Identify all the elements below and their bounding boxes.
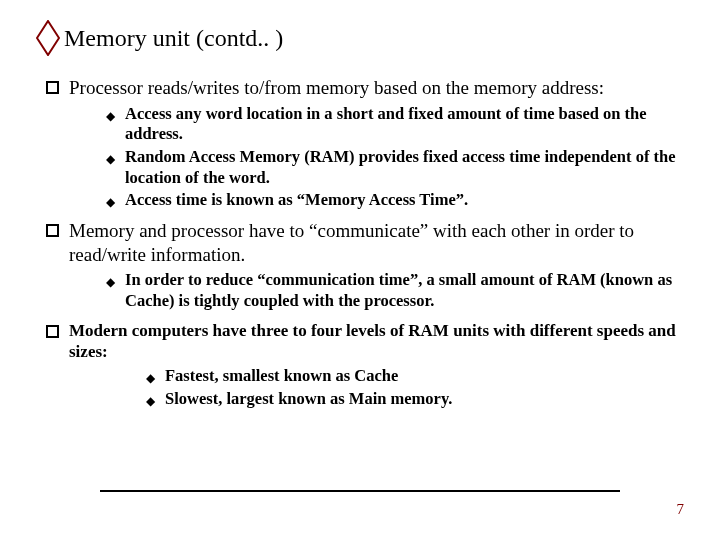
sub-item: ◆ Access time is known as “Memory Access… — [106, 190, 680, 211]
sub-text: In order to reduce “communication time”,… — [125, 270, 680, 311]
square-bullet-icon — [46, 325, 59, 338]
sub-text: Random Access Memory (RAM) provides fixe… — [125, 147, 680, 188]
page-number: 7 — [677, 501, 685, 518]
bullet-1: Processor reads/writes to/from memory ba… — [46, 76, 680, 100]
square-bullet-icon — [46, 81, 59, 94]
slide-content: Processor reads/writes to/from memory ba… — [36, 76, 684, 409]
sub-text: Access any word location in a short and … — [125, 104, 680, 145]
bullet-2-sublist: ◆ In order to reduce “communication time… — [46, 270, 680, 311]
bullet-3-sublist: ◆ Fastest, smallest known as Cache ◆ Slo… — [46, 366, 680, 409]
bullet-2-text: Memory and processor have to “communicat… — [69, 219, 680, 267]
svg-marker-0 — [37, 21, 59, 55]
bullet-1-sublist: ◆ Access any word location in a short an… — [46, 104, 680, 211]
square-bullet-icon — [46, 224, 59, 237]
divider — [100, 490, 620, 492]
slide-title-row: Memory unit (contd.. ) — [36, 20, 684, 56]
slide-title: Memory unit (contd.. ) — [64, 25, 283, 52]
bullet-1-text: Processor reads/writes to/from memory ba… — [69, 76, 604, 100]
sub-text: Fastest, smallest known as Cache — [165, 366, 398, 387]
diamond-bullet-icon: ◆ — [106, 110, 115, 122]
sub-text: Access time is known as “Memory Access T… — [125, 190, 468, 211]
diamond-bullet-icon: ◆ — [106, 196, 115, 208]
diamond-bullet-icon: ◆ — [146, 395, 155, 407]
sub-item: ◆ Random Access Memory (RAM) provides fi… — [106, 147, 680, 188]
diamond-icon — [36, 20, 60, 56]
sub-item: ◆ Fastest, smallest known as Cache — [146, 366, 680, 387]
sub-item: ◆ Access any word location in a short an… — [106, 104, 680, 145]
diamond-bullet-icon: ◆ — [106, 276, 115, 288]
sub-item: ◆ In order to reduce “communication time… — [106, 270, 680, 311]
diamond-bullet-icon: ◆ — [146, 372, 155, 384]
bullet-3: Modern computers have three to four leve… — [46, 320, 680, 363]
sub-text: Slowest, largest known as Main memory. — [165, 389, 452, 410]
sub-item: ◆ Slowest, largest known as Main memory. — [146, 389, 680, 410]
diamond-bullet-icon: ◆ — [106, 153, 115, 165]
bullet-3-text: Modern computers have three to four leve… — [69, 320, 680, 363]
bullet-2: Memory and processor have to “communicat… — [46, 219, 680, 267]
